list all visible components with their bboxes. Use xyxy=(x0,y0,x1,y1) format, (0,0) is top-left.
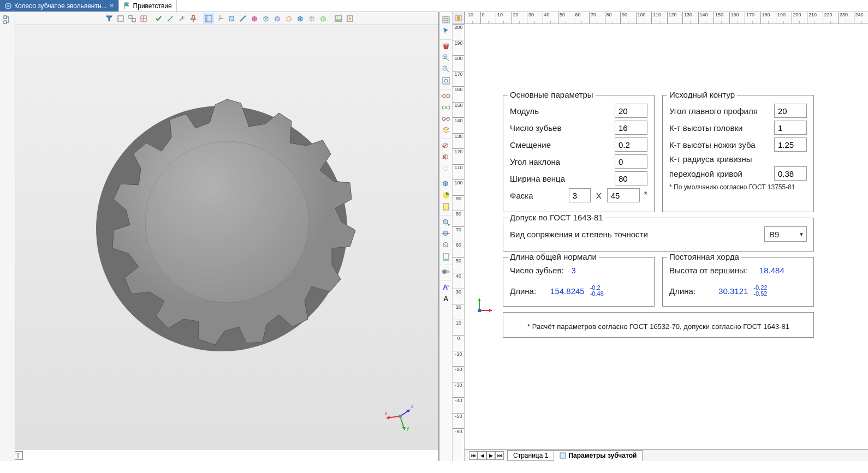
svg-rect-4 xyxy=(118,16,123,21)
svg-rect-59 xyxy=(443,203,449,210)
zoom-out-icon[interactable] xyxy=(441,64,451,75)
cube-arrow-icon[interactable] xyxy=(441,217,451,227)
chamfer-a-input[interactable] xyxy=(569,188,591,202)
pie-icon[interactable] xyxy=(441,190,451,201)
cube-1-icon[interactable] xyxy=(249,13,260,24)
svg-point-64 xyxy=(442,270,447,274)
cube-3-icon[interactable] xyxy=(272,13,283,24)
layer-icon[interactable] xyxy=(441,125,451,136)
cube-shaded-icon[interactable] xyxy=(295,13,306,24)
close-icon[interactable]: ✕ xyxy=(109,2,114,9)
sheet-tabs-bar: ⏮ ◀ ▶ ⏭ Страница 1 Параметры зубчатой xyxy=(465,449,868,461)
document-tab-welcome[interactable]: Приветствие xyxy=(119,0,177,11)
svg-rect-69 xyxy=(457,16,460,20)
chord-tolerance: -0.22 -0.52 xyxy=(753,285,767,297)
text-a-icon[interactable]: A xyxy=(441,293,451,304)
3d-viewport[interactable]: x y z xyxy=(15,25,438,449)
tab-label: Приветствие xyxy=(133,2,172,10)
gear-doc-icon xyxy=(4,2,12,10)
sheet-tab-page1[interactable]: Страница 1 xyxy=(507,450,554,461)
filter-icon[interactable] xyxy=(104,13,115,24)
teeth-input[interactable] xyxy=(615,121,647,135)
chamfer-label: Фаска xyxy=(510,191,566,200)
pin-icon[interactable] xyxy=(188,13,199,24)
cube-4-icon[interactable] xyxy=(283,13,294,24)
tolerance-select[interactable]: B9 ▼ xyxy=(764,226,807,242)
select-arrow-icon[interactable] xyxy=(441,26,451,37)
grid-snap-icon[interactable] xyxy=(441,14,451,25)
svg-text:x: x xyxy=(447,284,449,288)
cube-plane-icon[interactable] xyxy=(441,228,451,239)
gear-parameters-panel: Основные параметры Модуль Число зубьев С… xyxy=(503,95,814,343)
arrow-icon[interactable] xyxy=(165,13,176,24)
nav-prev-icon[interactable]: ◀ xyxy=(478,451,486,460)
svg-rect-72 xyxy=(478,309,481,312)
cube-dim-icon[interactable] xyxy=(441,251,451,262)
box-icon[interactable] xyxy=(115,13,126,24)
main-params-group: Основные параметры Модуль Число зубьев С… xyxy=(503,95,655,212)
text-a-blue-icon[interactable]: Ax xyxy=(441,282,451,292)
glasses-off-icon[interactable] xyxy=(441,113,451,124)
check-icon[interactable] xyxy=(153,13,164,24)
cube-section-icon[interactable] xyxy=(441,240,451,250)
toggle-icon[interactable] xyxy=(441,266,451,277)
ruler-corner-icon[interactable] xyxy=(453,12,465,24)
chevron-down-icon: ▼ xyxy=(799,231,804,237)
sheet-tab-params[interactable]: Параметры зубчатой xyxy=(554,450,643,461)
star-label: * xyxy=(644,190,647,200)
boxes-icon[interactable] xyxy=(127,13,138,24)
cube-color-icon[interactable] xyxy=(318,13,329,24)
svg-line-57 xyxy=(443,117,449,121)
width-input[interactable] xyxy=(615,171,647,185)
zoom-in-icon[interactable] xyxy=(441,52,451,63)
box-red-check-icon[interactable] xyxy=(441,140,451,151)
glasses-icon[interactable] xyxy=(441,91,451,101)
svg-point-18 xyxy=(337,17,338,18)
normal-length-value: 154.8245 xyxy=(550,286,585,296)
sheet-nav: ⏮ ◀ ▶ ⏭ xyxy=(469,451,504,460)
box-red-x-icon[interactable] xyxy=(441,152,451,163)
tree-icon[interactable] xyxy=(2,14,13,25)
wrench-icon[interactable] xyxy=(176,13,187,24)
axis-xyz-icon[interactable] xyxy=(215,13,225,24)
edge-icon[interactable] xyxy=(237,13,248,24)
module-input[interactable] xyxy=(615,104,647,118)
profile-angle-input[interactable] xyxy=(774,104,807,118)
axis-widget[interactable]: x y z xyxy=(384,400,417,433)
addendum-input[interactable] xyxy=(774,121,807,135)
glasses-green-icon[interactable] xyxy=(441,102,451,113)
grid-icon[interactable] xyxy=(138,13,149,24)
offset-input[interactable] xyxy=(615,137,647,152)
nav-first-icon[interactable]: ⏮ xyxy=(469,451,478,460)
svg-rect-3 xyxy=(4,21,7,23)
doc-yellow-icon[interactable] xyxy=(441,201,451,212)
svg-point-50 xyxy=(447,94,450,98)
magnet-icon[interactable] xyxy=(441,41,451,52)
svg-text:x: x xyxy=(385,411,388,416)
document-tab-active[interactable]: Колесо зубчатое эвольвентн... ✕ xyxy=(0,0,119,11)
chamfer-b-input[interactable] xyxy=(607,188,640,202)
ruler-horizontal[interactable]: -100102030405060708090100110120130140150… xyxy=(465,12,868,24)
tilt-input[interactable] xyxy=(615,154,647,169)
picture-icon[interactable] xyxy=(333,13,344,24)
svg-line-15 xyxy=(218,19,220,21)
box-ghost-icon[interactable] xyxy=(441,163,451,174)
dedendum-input[interactable] xyxy=(774,137,807,152)
cube-2-icon[interactable] xyxy=(260,13,271,24)
drawing-canvas[interactable]: Основные параметры Модуль Число зубьев С… xyxy=(465,24,868,461)
settings-icon[interactable] xyxy=(344,13,355,24)
normal-length-group: Длина общей нормали Число зубьев: 3 Длин… xyxy=(503,257,655,307)
viewport-status-bar xyxy=(0,449,438,461)
nav-last-icon[interactable]: ⏭ xyxy=(495,451,504,460)
sheet-icon xyxy=(560,452,566,459)
fillet-input[interactable] xyxy=(774,166,807,181)
cube-solid-icon[interactable] xyxy=(441,178,451,189)
layout-1-icon[interactable] xyxy=(203,13,214,24)
fillet-label-1: К-т радиуса кривизны xyxy=(669,154,807,164)
contour-group: Исходный контур Угол главного профиля К-… xyxy=(662,95,814,212)
cube-wire-icon[interactable] xyxy=(306,13,317,24)
plane-icon[interactable] xyxy=(226,13,237,24)
nav-next-icon[interactable]: ▶ xyxy=(486,451,495,460)
zoom-fit-icon[interactable] xyxy=(441,75,451,86)
ruler-vertical[interactable]: 2001901801701601501401301201101009080706… xyxy=(453,24,465,461)
